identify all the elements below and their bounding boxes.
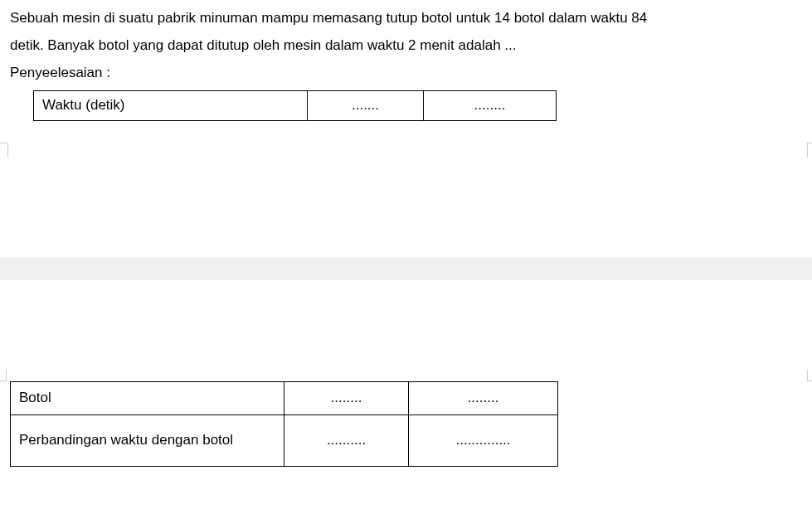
page-edge-mark <box>0 143 8 158</box>
problem-line-2: detik. Banyak botol yang dapat ditutup o… <box>10 34 802 58</box>
cell-waktu-label: Waktu (detik) <box>34 90 308 120</box>
page-edge-mark <box>807 143 812 158</box>
cell-waktu-c2: ....... <box>308 90 424 120</box>
page-edge-mark <box>0 370 7 381</box>
cell-perbandingan-label: Perbandingan waktu dengan botol <box>11 414 284 466</box>
solution-label: Penyeelesaian : <box>10 61 802 85</box>
cell-botol-c2: ........ <box>284 382 409 415</box>
cell-botol-label: Botol <box>11 382 284 415</box>
page-edge-mark <box>807 370 812 381</box>
cell-waktu-c3: ........ <box>424 90 557 120</box>
problem-line-1: Sebuah mesin di suatu pabrik minuman mam… <box>10 7 802 31</box>
table-row: Perbandingan waktu dengan botol ........… <box>11 414 558 466</box>
cell-botol-c3: ........ <box>409 382 558 415</box>
table-waktu: Waktu (detik) ....... ........ <box>33 90 557 121</box>
cell-perbandingan-c2: .......... <box>284 414 409 466</box>
page-break-gap <box>0 257 812 280</box>
table-row: Waktu (detik) ....... ........ <box>34 90 557 120</box>
table-row: Botol ........ ........ <box>11 382 558 415</box>
table-botol: Botol ........ ........ Perbandingan wak… <box>10 381 558 467</box>
cell-perbandingan-c3: .............. <box>409 414 558 466</box>
